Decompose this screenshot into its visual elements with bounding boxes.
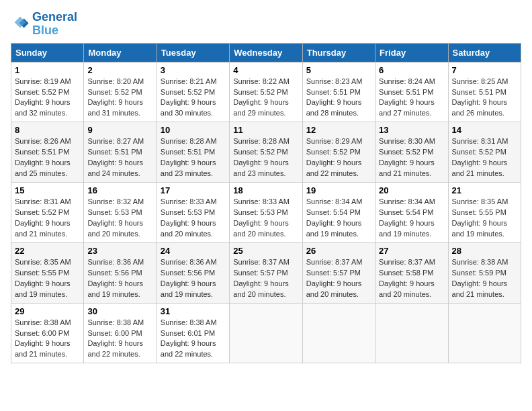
day-number: 19 [306, 185, 371, 195]
calendar-cell: 3Sunrise: 8:21 AM Sunset: 5:52 PM Daylig… [157, 62, 229, 122]
day-number: 25 [233, 246, 298, 256]
calendar-cell: 2Sunrise: 8:20 AM Sunset: 5:52 PM Daylig… [84, 62, 157, 122]
day-info: Sunrise: 8:33 AM Sunset: 5:53 PM Dayligh… [161, 197, 226, 240]
day-number: 26 [306, 246, 371, 256]
day-info: Sunrise: 8:24 AM Sunset: 5:51 PM Dayligh… [379, 77, 444, 120]
day-header-tuesday: Tuesday [157, 43, 229, 62]
calendar-cell: 27Sunrise: 8:37 AM Sunset: 5:58 PM Dayli… [375, 242, 448, 303]
day-number: 15 [15, 185, 80, 195]
day-header-monday: Monday [84, 43, 157, 62]
calendar-cell: 17Sunrise: 8:33 AM Sunset: 5:53 PM Dayli… [157, 183, 229, 243]
calendar-cell: 1Sunrise: 8:19 AM Sunset: 5:52 PM Daylig… [11, 62, 84, 122]
calendar-cell: 16Sunrise: 8:32 AM Sunset: 5:53 PM Dayli… [84, 183, 157, 243]
day-info: Sunrise: 8:21 AM Sunset: 5:52 PM Dayligh… [161, 77, 226, 120]
logo-icon [11, 15, 30, 34]
calendar-cell [448, 303, 521, 363]
calendar-cell: 20Sunrise: 8:34 AM Sunset: 5:54 PM Dayli… [375, 183, 448, 243]
day-header-wednesday: Wednesday [230, 43, 302, 62]
day-info: Sunrise: 8:35 AM Sunset: 5:55 PM Dayligh… [452, 197, 517, 240]
calendar-cell: 7Sunrise: 8:25 AM Sunset: 5:51 PM Daylig… [448, 62, 521, 122]
day-info: Sunrise: 8:34 AM Sunset: 5:54 PM Dayligh… [306, 197, 371, 240]
day-info: Sunrise: 8:33 AM Sunset: 5:53 PM Dayligh… [233, 197, 298, 240]
day-info: Sunrise: 8:31 AM Sunset: 5:52 PM Dayligh… [452, 136, 517, 179]
calendar-cell: 18Sunrise: 8:33 AM Sunset: 5:53 PM Dayli… [230, 183, 302, 243]
day-info: Sunrise: 8:34 AM Sunset: 5:54 PM Dayligh… [379, 197, 444, 240]
day-info: Sunrise: 8:31 AM Sunset: 5:52 PM Dayligh… [15, 197, 80, 240]
day-number: 3 [161, 65, 226, 75]
day-number: 2 [87, 65, 152, 75]
page-header: General Blue [11, 11, 521, 38]
logo-text: General Blue [32, 11, 77, 38]
day-number: 10 [161, 125, 226, 135]
calendar-cell: 28Sunrise: 8:38 AM Sunset: 5:59 PM Dayli… [448, 242, 521, 303]
day-header-sunday: Sunday [11, 43, 84, 62]
day-number: 4 [233, 65, 298, 75]
day-number: 21 [452, 185, 517, 195]
day-info: Sunrise: 8:36 AM Sunset: 5:56 PM Dayligh… [87, 257, 152, 300]
day-number: 14 [452, 125, 517, 135]
day-info: Sunrise: 8:38 AM Sunset: 6:01 PM Dayligh… [161, 318, 226, 361]
day-number: 22 [15, 246, 80, 256]
calendar-cell: 19Sunrise: 8:34 AM Sunset: 5:54 PM Dayli… [302, 183, 375, 243]
day-info: Sunrise: 8:36 AM Sunset: 5:56 PM Dayligh… [161, 257, 226, 300]
day-info: Sunrise: 8:28 AM Sunset: 5:52 PM Dayligh… [233, 136, 298, 179]
day-header-friday: Friday [375, 43, 448, 62]
day-info: Sunrise: 8:29 AM Sunset: 5:52 PM Dayligh… [306, 136, 371, 179]
calendar-cell: 5Sunrise: 8:23 AM Sunset: 5:51 PM Daylig… [302, 62, 375, 122]
calendar-cell: 30Sunrise: 8:38 AM Sunset: 6:00 PM Dayli… [84, 303, 157, 363]
day-number: 29 [15, 306, 80, 316]
day-number: 27 [379, 246, 444, 256]
day-info: Sunrise: 8:28 AM Sunset: 5:51 PM Dayligh… [161, 136, 226, 179]
day-header-thursday: Thursday [302, 43, 375, 62]
day-number: 23 [87, 246, 152, 256]
day-header-saturday: Saturday [448, 43, 521, 62]
calendar-cell: 31Sunrise: 8:38 AM Sunset: 6:01 PM Dayli… [157, 303, 229, 363]
calendar-cell: 23Sunrise: 8:36 AM Sunset: 5:56 PM Dayli… [84, 242, 157, 303]
calendar-cell: 13Sunrise: 8:30 AM Sunset: 5:52 PM Dayli… [375, 122, 448, 183]
calendar-cell [375, 303, 448, 363]
day-info: Sunrise: 8:20 AM Sunset: 5:52 PM Dayligh… [87, 77, 152, 120]
day-number: 1 [15, 65, 80, 75]
day-number: 11 [233, 125, 298, 135]
day-info: Sunrise: 8:30 AM Sunset: 5:52 PM Dayligh… [379, 136, 444, 179]
calendar-table: SundayMondayTuesdayWednesdayThursdayFrid… [11, 43, 521, 364]
calendar-cell [302, 303, 375, 363]
calendar-cell: 25Sunrise: 8:37 AM Sunset: 5:57 PM Dayli… [230, 242, 302, 303]
day-number: 7 [452, 65, 517, 75]
day-info: Sunrise: 8:37 AM Sunset: 5:57 PM Dayligh… [233, 257, 298, 300]
calendar-cell: 11Sunrise: 8:28 AM Sunset: 5:52 PM Dayli… [230, 122, 302, 183]
logo: General Blue [11, 11, 77, 38]
day-number: 16 [87, 185, 152, 195]
calendar-cell: 29Sunrise: 8:38 AM Sunset: 6:00 PM Dayli… [11, 303, 84, 363]
calendar-cell: 10Sunrise: 8:28 AM Sunset: 5:51 PM Dayli… [157, 122, 229, 183]
day-info: Sunrise: 8:37 AM Sunset: 5:57 PM Dayligh… [306, 257, 371, 300]
day-number: 17 [161, 185, 226, 195]
day-info: Sunrise: 8:38 AM Sunset: 5:59 PM Dayligh… [452, 257, 517, 300]
calendar-cell [230, 303, 302, 363]
day-info: Sunrise: 8:35 AM Sunset: 5:55 PM Dayligh… [15, 257, 80, 300]
calendar-cell: 22Sunrise: 8:35 AM Sunset: 5:55 PM Dayli… [11, 242, 84, 303]
calendar-cell: 24Sunrise: 8:36 AM Sunset: 5:56 PM Dayli… [157, 242, 229, 303]
day-info: Sunrise: 8:32 AM Sunset: 5:53 PM Dayligh… [87, 197, 152, 240]
day-number: 5 [306, 65, 371, 75]
day-info: Sunrise: 8:25 AM Sunset: 5:51 PM Dayligh… [452, 77, 517, 120]
calendar-cell: 6Sunrise: 8:24 AM Sunset: 5:51 PM Daylig… [375, 62, 448, 122]
day-info: Sunrise: 8:22 AM Sunset: 5:52 PM Dayligh… [233, 77, 298, 120]
day-number: 18 [233, 185, 298, 195]
day-info: Sunrise: 8:38 AM Sunset: 6:00 PM Dayligh… [15, 318, 80, 361]
calendar-cell: 4Sunrise: 8:22 AM Sunset: 5:52 PM Daylig… [230, 62, 302, 122]
calendar-cell: 8Sunrise: 8:26 AM Sunset: 5:51 PM Daylig… [11, 122, 84, 183]
calendar-cell: 26Sunrise: 8:37 AM Sunset: 5:57 PM Dayli… [302, 242, 375, 303]
day-number: 24 [161, 246, 226, 256]
day-number: 30 [87, 306, 152, 316]
day-info: Sunrise: 8:19 AM Sunset: 5:52 PM Dayligh… [15, 77, 80, 120]
day-number: 9 [87, 125, 152, 135]
day-info: Sunrise: 8:23 AM Sunset: 5:51 PM Dayligh… [306, 77, 371, 120]
day-number: 6 [379, 65, 444, 75]
day-number: 8 [15, 125, 80, 135]
day-info: Sunrise: 8:37 AM Sunset: 5:58 PM Dayligh… [379, 257, 444, 300]
day-info: Sunrise: 8:27 AM Sunset: 5:51 PM Dayligh… [87, 136, 152, 179]
day-info: Sunrise: 8:38 AM Sunset: 6:00 PM Dayligh… [87, 318, 152, 361]
day-number: 28 [452, 246, 517, 256]
day-number: 20 [379, 185, 444, 195]
